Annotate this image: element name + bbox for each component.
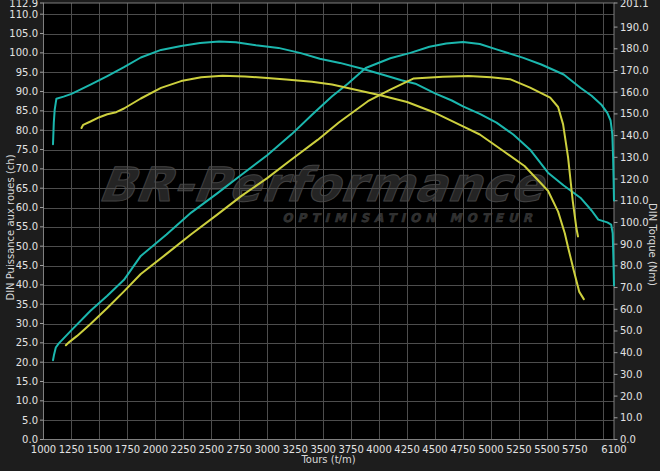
y-tick-label-right: 150.0 (620, 108, 649, 119)
y-tick-label-right: 160.0 (620, 87, 649, 98)
plot-border (44, 3, 615, 440)
y-tick-label-left: 60.0 (16, 202, 38, 213)
y-tick-label-right: 140.0 (620, 130, 649, 141)
y-tick-label-right: 20.0 (620, 391, 642, 402)
y-tick-label-left: 40.0 (16, 279, 38, 290)
y-tick-label-left: 35.0 (16, 299, 38, 310)
y-tick-label-left: 75.0 (16, 144, 38, 155)
y-tick-label-right: 110.0 (620, 195, 649, 206)
y-tick-label-left: 110.0 (9, 9, 38, 20)
y-tick-label-left: 45.0 (16, 260, 38, 271)
y-tick-label-left: 90.0 (16, 86, 38, 97)
y-tick-label-right: 30.0 (620, 369, 642, 380)
chart-canvas: 0.05.010.015.020.025.030.035.040.045.050… (0, 0, 660, 471)
curve-power-cyan (53, 42, 614, 360)
curve-torque-yellow (82, 76, 584, 299)
x-axis-title: Tours (t/m) (43, 454, 614, 465)
y-tick-label-left: 15.0 (16, 376, 38, 387)
y-tick-label-right: 201.1 (620, 0, 649, 9)
y-tick-label-right: 100.0 (620, 217, 649, 228)
y-tick-label-left: 65.0 (16, 183, 38, 194)
y-tick-label-right: 40.0 (620, 347, 642, 358)
y-tick-label-left: 20.0 (16, 357, 38, 368)
y-tick-label-right: 60.0 (620, 304, 642, 315)
y-tick-label-left: 105.0 (9, 28, 38, 39)
y-tick-label-left: 100.0 (9, 47, 38, 58)
y-tick-label-left: 95.0 (16, 67, 38, 78)
curve-torque-cyan (53, 42, 614, 286)
dyno-chart: BR-Performance OPTIMISATION MOTEUR 0.05.… (0, 0, 660, 471)
y-tick-label-left: 70.0 (16, 163, 38, 174)
y-tick-label-right: 50.0 (620, 325, 642, 336)
y-axis-title-right: DIN Torque (Nm) (647, 155, 658, 335)
y-tick-label-left: 5.0 (22, 415, 38, 426)
y-tick-label-left: 55.0 (16, 221, 38, 232)
y-tick-label-right: 90.0 (620, 239, 642, 250)
y-axis-title-left: DIN Puissance aux roues (ch) (5, 138, 16, 318)
y-tick-label-right: 170.0 (620, 65, 649, 76)
y-tick-label-left: 80.0 (16, 125, 38, 136)
y-tick-label-right: 70.0 (620, 282, 642, 293)
y-tick-label-right: 10.0 (620, 412, 642, 423)
y-tick-label-right: 130.0 (620, 152, 649, 163)
y-tick-label-left: 112.9 (9, 0, 38, 9)
y-tick-label-left: 50.0 (16, 241, 38, 252)
y-tick-label-right: 190.0 (620, 22, 649, 33)
y-tick-label-left: 10.0 (16, 395, 38, 406)
y-tick-label-left: 25.0 (16, 337, 38, 348)
y-tick-label-right: 80.0 (620, 260, 642, 271)
y-tick-label-left: 85.0 (16, 105, 38, 116)
y-tick-label-left: 30.0 (16, 318, 38, 329)
y-tick-label-right: 120.0 (620, 174, 649, 185)
y-tick-label-right: 180.0 (620, 43, 649, 54)
